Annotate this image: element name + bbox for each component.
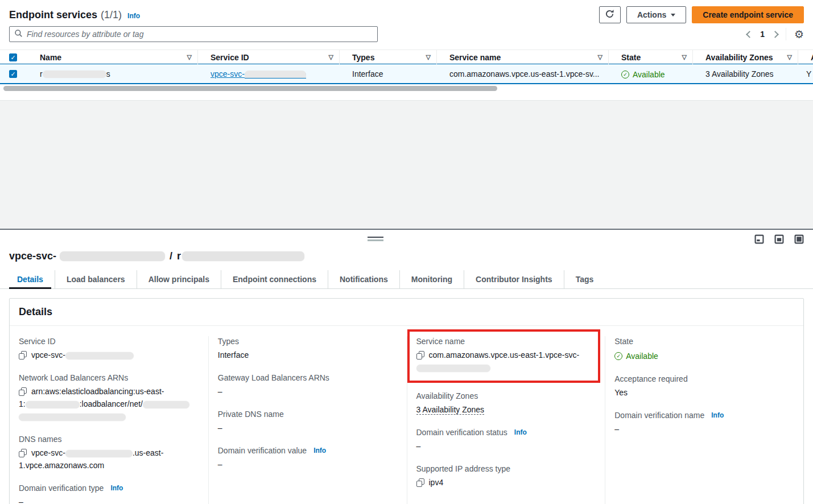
- redacted-text: [182, 251, 304, 261]
- tab-contributor-insights[interactable]: Contributor Insights: [464, 270, 564, 288]
- availability-zones-popover-link[interactable]: 3 Availability Zones: [705, 69, 774, 79]
- panel-tabs: Details Load balancers Allow principals …: [0, 270, 813, 289]
- filter-icon[interactable]: ▽: [682, 53, 687, 61]
- field-dns-names: DNS names vpce-svc-.us-east- 1.vpce.amaz…: [19, 434, 199, 472]
- search-icon: [14, 29, 23, 39]
- column-header-label: Service ID: [211, 53, 249, 62]
- field-glb-arns: Gateway Load Balancers ARNs –: [218, 373, 398, 398]
- name-visible-text: r: [40, 69, 43, 79]
- tab-allow-principals[interactable]: Allow principals: [137, 270, 221, 288]
- column-header-label: Availability Zones: [705, 53, 773, 62]
- page-title: Endpoint services: [9, 9, 97, 21]
- page-header: Endpoint services (1/1) Info Actions Cre…: [9, 6, 804, 24]
- next-page-icon[interactable]: [771, 31, 779, 38]
- cell-acceptance-partial: Y: [798, 69, 813, 79]
- filter-icon[interactable]: ▽: [426, 53, 431, 61]
- tab-tags[interactable]: Tags: [564, 270, 605, 288]
- table-row[interactable]: rs vpce-svc- Interface com.amazonaws.vpc…: [0, 64, 813, 84]
- panel-drag-handle[interactable]: [368, 237, 383, 241]
- refresh-icon: [605, 9, 614, 20]
- available-check-icon: [621, 71, 629, 79]
- column-header-name[interactable]: Name ▽: [27, 50, 198, 64]
- page-title-group: Endpoint services (1/1) Info: [9, 9, 140, 21]
- column-header-label: A: [811, 53, 813, 62]
- redacted-text: [60, 251, 165, 261]
- filter-icon[interactable]: ▽: [329, 53, 333, 61]
- select-all-cell: [0, 53, 27, 61]
- cell-types: Interface: [340, 69, 437, 79]
- field-availability-zones: Availability Zones 3 Availability Zones: [416, 391, 596, 416]
- copy-icon[interactable]: [19, 351, 27, 360]
- tab-details[interactable]: Details: [9, 270, 55, 288]
- column-header-service-id[interactable]: Service ID ▽: [198, 50, 340, 64]
- resource-count: (1/1): [101, 9, 122, 21]
- highlight-annotation-box: Service name com.amazonaws.vpce.us-east-…: [407, 329, 601, 383]
- copy-icon[interactable]: [416, 478, 424, 487]
- title-info-link[interactable]: Info: [127, 12, 140, 20]
- details-column-1: Service ID vpce-svc- Network Load Balanc…: [10, 336, 208, 504]
- column-header-availability-zones[interactable]: Availability Zones ▽: [693, 50, 798, 64]
- cell-service-name: com.amazonaws.vpce.us-east-1.vpce-sv...: [437, 69, 609, 79]
- redacted-text: [65, 450, 133, 457]
- details-card: Details Service ID vpce-svc- Network Loa…: [9, 298, 804, 504]
- column-header-service-name[interactable]: Service name ▽: [437, 50, 609, 64]
- info-link[interactable]: Info: [514, 427, 527, 437]
- table-header-row: Name ▽ Service ID ▽ Types ▽ Service name…: [0, 49, 813, 64]
- filter-icon[interactable]: ▽: [598, 53, 602, 61]
- endpoint-services-list-section: Endpoint services (1/1) Info Actions Cre…: [0, 6, 813, 100]
- refresh-button[interactable]: [599, 6, 621, 23]
- service-id-link[interactable]: vpce-svc-: [211, 69, 306, 79]
- cell-name: rs: [27, 69, 198, 79]
- cell-state: Available: [609, 69, 693, 79]
- panel-title-service-id: vpce-svc-: [9, 250, 56, 262]
- column-header-state[interactable]: State ▽: [609, 50, 693, 64]
- previous-page-icon[interactable]: [746, 31, 753, 38]
- select-all-checkbox[interactable]: [9, 53, 17, 61]
- column-header-acceptance-partial[interactable]: A: [798, 50, 813, 64]
- details-column-3: Service name com.amazonaws.vpce.us-east-…: [407, 336, 605, 504]
- panel-title: vpce-svc- / r: [9, 250, 804, 262]
- tab-endpoint-connections[interactable]: Endpoint connections: [221, 270, 328, 288]
- row-checkbox[interactable]: [9, 70, 17, 78]
- copy-icon[interactable]: [19, 387, 27, 396]
- filter-icon[interactable]: ▽: [187, 53, 192, 61]
- redacted-text: [26, 401, 80, 408]
- empty-background: [0, 100, 813, 229]
- search-box[interactable]: [9, 26, 378, 42]
- field-domain-verification-type: Domain verification typeInfo –: [19, 483, 199, 504]
- horizontal-scrollbar: [2, 86, 811, 91]
- tab-load-balancers[interactable]: Load balancers: [55, 270, 137, 288]
- tab-monitoring[interactable]: Monitoring: [399, 270, 464, 288]
- info-link[interactable]: Info: [313, 445, 326, 456]
- scrollbar-thumb[interactable]: [3, 86, 497, 91]
- panel-title-separator: /: [170, 250, 172, 262]
- copy-icon[interactable]: [19, 449, 27, 457]
- row-select-cell: [0, 70, 27, 78]
- page-number[interactable]: 1: [760, 30, 765, 39]
- panel-size-small-icon[interactable]: [754, 234, 764, 246]
- panel-size-full-icon[interactable]: [794, 234, 804, 246]
- search-input[interactable]: [27, 30, 373, 39]
- available-check-icon: [614, 352, 622, 360]
- redacted-text: [143, 401, 189, 408]
- settings-gear-icon[interactable]: ⚙: [794, 29, 804, 40]
- column-header-label: State: [621, 53, 641, 62]
- tab-notifications[interactable]: Notifications: [328, 270, 399, 288]
- redacted-text: [19, 414, 126, 421]
- column-header-types[interactable]: Types ▽: [340, 50, 437, 64]
- copy-icon[interactable]: [416, 351, 424, 360]
- redacted-text: [65, 352, 134, 360]
- filter-icon[interactable]: ▽: [787, 53, 792, 61]
- filter-bar: 1 ⚙: [9, 26, 804, 42]
- actions-button[interactable]: Actions: [626, 6, 686, 23]
- info-link[interactable]: Info: [711, 410, 724, 420]
- panel-size-medium-icon[interactable]: [774, 234, 784, 246]
- split-panel: vpce-svc- / r Details Load balancers All…: [0, 229, 813, 504]
- redacted-text: [245, 71, 306, 78]
- details-column-2: Types Interface Gateway Load Balancers A…: [208, 336, 407, 504]
- field-service-name: Service name com.amazonaws.vpce.us-east-…: [416, 336, 592, 374]
- info-link[interactable]: Info: [110, 483, 123, 493]
- pagination: 1 ⚙: [747, 28, 804, 40]
- create-endpoint-service-button[interactable]: Create endpoint service: [692, 6, 804, 23]
- availability-zones-popover-link[interactable]: 3 Availability Zones: [416, 405, 485, 415]
